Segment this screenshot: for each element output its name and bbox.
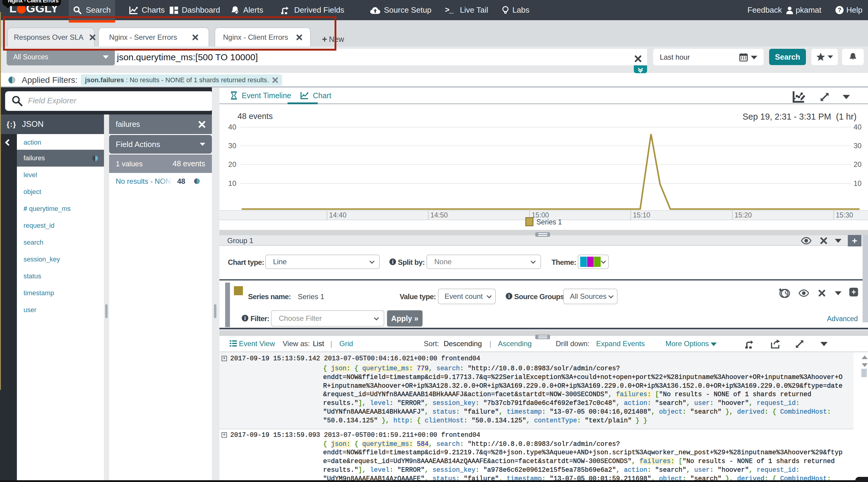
svg-text:40: 40 — [228, 124, 236, 131]
svg-text:14:50: 14:50 — [430, 211, 448, 219]
svg-text:20: 20 — [854, 160, 862, 168]
svg-text:15:30: 15:30 — [836, 211, 853, 219]
svg-text:15:20: 15:20 — [735, 211, 752, 219]
svg-text:30: 30 — [228, 141, 236, 150]
svg-text:15:10: 15:10 — [633, 211, 650, 219]
svg-text:?: ? — [838, 7, 841, 13]
svg-text:40: 40 — [854, 124, 862, 131]
svg-text:30: 30 — [854, 141, 862, 150]
svg-text:14:40: 14:40 — [329, 211, 347, 219]
svg-text:10: 10 — [854, 179, 862, 187]
svg-text:20: 20 — [228, 160, 236, 168]
svg-text:10: 10 — [228, 179, 236, 187]
